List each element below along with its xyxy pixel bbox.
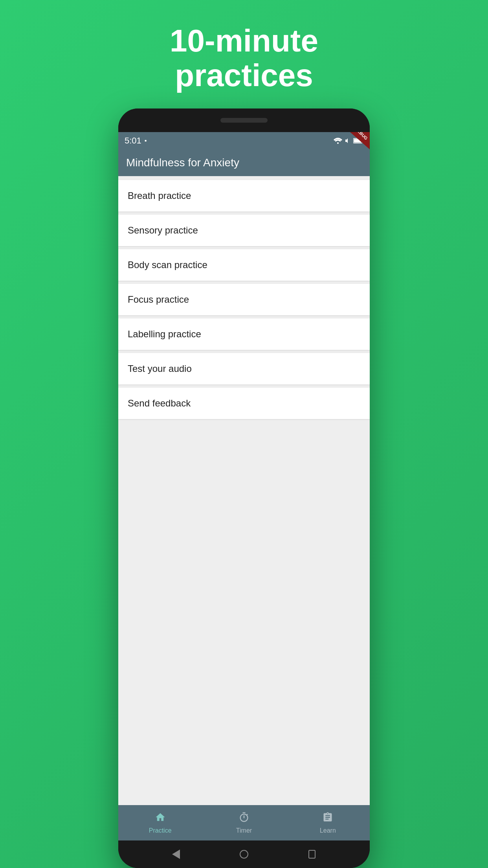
list-item-label-body-scan-practice: Body scan practice (128, 259, 207, 270)
nav-icon-timer (238, 812, 250, 826)
nav-label-practice: Practice (149, 827, 172, 834)
page-header: 10-minute practices (154, 0, 334, 108)
list-item-breath-practice[interactable]: Breath practice (118, 180, 370, 211)
list-item-label-labelling-practice: Labelling practice (128, 329, 201, 340)
list-item-label-test-your-audio: Test your audio (128, 363, 192, 374)
back-button[interactable] (171, 850, 181, 859)
list-container: Breath practiceSensory practiceBody scan… (118, 176, 370, 805)
bottom-nav: PracticeTimerLearn (118, 805, 370, 840)
phone-bottom-bezel (118, 840, 370, 868)
nav-icon-practice (155, 812, 166, 826)
nav-icon-learn (322, 812, 333, 826)
phone-speaker (220, 118, 268, 123)
status-bar: 5:01 ▪ (118, 132, 370, 149)
phone-top-bezel (118, 108, 370, 132)
sim-icon: ▪ (145, 137, 147, 144)
status-icons: ▪ (145, 137, 147, 144)
list-item-focus-practice[interactable]: Focus practice (118, 284, 370, 315)
svg-rect-1 (345, 140, 347, 142)
nav-item-timer[interactable]: Timer (202, 805, 286, 840)
nav-label-timer: Timer (236, 827, 252, 834)
nav-label-learn: Learn (320, 827, 336, 834)
list-item-label-sensory-practice: Sensory practice (128, 225, 198, 236)
wifi-icon (334, 138, 342, 144)
status-time: 5:01 (125, 136, 141, 146)
phone-screen: 5:01 ▪ (118, 132, 370, 840)
list-item-body-scan-practice[interactable]: Body scan practice (118, 249, 370, 281)
list-item-test-your-audio[interactable]: Test your audio (118, 353, 370, 384)
app-title: Mindfulness for Anxiety (126, 156, 239, 169)
header-line2: practices (175, 58, 313, 93)
list-item-send-feedback[interactable]: Send feedback (118, 388, 370, 419)
header-line1: 10-minute (170, 23, 318, 58)
nav-item-learn[interactable]: Learn (286, 805, 370, 840)
svg-point-0 (337, 142, 339, 144)
volume-icon (345, 138, 351, 144)
recents-button[interactable] (307, 850, 317, 859)
app-toolbar: Mindfulness for Anxiety (118, 149, 370, 176)
list-item-sensory-practice[interactable]: Sensory practice (118, 215, 370, 246)
phone-frame: 5:01 ▪ (118, 108, 370, 868)
list-item-label-send-feedback: Send feedback (128, 398, 191, 409)
nav-item-practice[interactable]: Practice (118, 805, 202, 840)
home-button[interactable] (239, 850, 249, 859)
list-item-label-breath-practice: Breath practice (128, 190, 191, 201)
list-item-labelling-practice[interactable]: Labelling practice (118, 318, 370, 350)
list-item-label-focus-practice: Focus practice (128, 294, 189, 305)
